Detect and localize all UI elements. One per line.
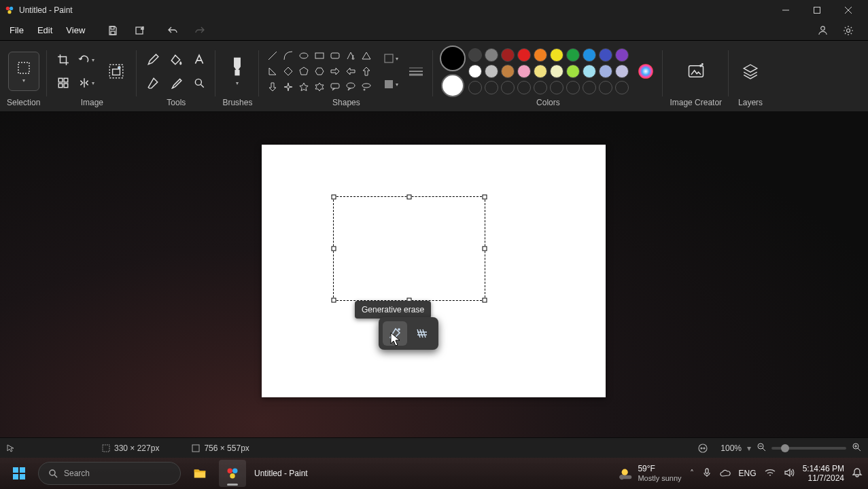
shape-gallery[interactable] (266, 49, 373, 94)
shape-arrow-left[interactable] (344, 65, 358, 78)
taskbar-search[interactable]: Search (38, 462, 181, 485)
account-icon[interactable] (811, 22, 834, 39)
color-swatch[interactable] (517, 65, 531, 78)
color-swatch-empty[interactable] (599, 81, 612, 94)
color-swatch[interactable] (468, 65, 482, 78)
shape-polygon[interactable] (344, 49, 358, 62)
color-swatch-empty[interactable] (550, 81, 563, 94)
minimize-button[interactable] (770, 0, 801, 20)
color-swatch-empty[interactable] (485, 81, 498, 94)
color-swatch-empty[interactable] (615, 81, 629, 94)
color-swatch-empty[interactable] (534, 81, 547, 94)
shape-roundrect[interactable] (328, 49, 342, 62)
shape-curve[interactable] (281, 49, 295, 62)
color-swatch[interactable] (534, 48, 547, 62)
shape-oval[interactable] (297, 49, 311, 62)
shape-right-triangle[interactable] (266, 65, 279, 78)
shape-arrow-down[interactable] (266, 80, 279, 94)
color1-well[interactable] (440, 46, 466, 71)
settings-icon[interactable] (837, 22, 860, 39)
fill-icon[interactable] (167, 50, 186, 69)
shape-6star[interactable] (313, 80, 326, 94)
shape-rect[interactable] (313, 49, 326, 62)
start-button[interactable] (5, 460, 33, 487)
rotate-icon[interactable]: ▾ (77, 50, 96, 69)
generative-erase-button[interactable] (383, 321, 407, 346)
color-swatch-empty[interactable] (566, 81, 580, 94)
remove-background-icon[interactable] (103, 58, 130, 85)
color-swatch[interactable] (615, 65, 629, 78)
taskbar-explorer[interactable] (186, 460, 213, 487)
color-swatch[interactable] (534, 65, 547, 78)
flip-icon[interactable]: ▾ (77, 73, 96, 92)
color-swatch-empty[interactable] (501, 81, 515, 94)
color-swatch[interactable] (566, 48, 580, 62)
color-swatch[interactable] (485, 48, 498, 62)
shape-hexagon[interactable] (313, 65, 326, 78)
color-swatch[interactable] (517, 48, 531, 62)
resize-handle-sw[interactable] (332, 298, 336, 303)
shape-5star[interactable] (297, 80, 311, 94)
color-swatch[interactable] (583, 65, 596, 78)
shape-outline-button[interactable]: ▾ (381, 49, 400, 68)
line-width-button[interactable] (406, 61, 426, 82)
color-palette[interactable] (468, 48, 629, 94)
color-swatch-empty[interactable] (583, 81, 596, 94)
color-swatch[interactable] (583, 48, 596, 62)
tray-wifi-icon[interactable] (765, 469, 776, 479)
generative-fill-button[interactable] (410, 321, 434, 346)
resize-handle-w[interactable] (332, 247, 336, 251)
save-icon[interactable] (101, 22, 124, 39)
shape-callout-oval[interactable] (344, 80, 358, 94)
color-swatch[interactable] (599, 65, 612, 78)
color-swatch[interactable] (599, 48, 612, 62)
zoom-in-button[interactable] (852, 442, 861, 454)
color-swatch[interactable] (566, 65, 580, 78)
taskbar-weather[interactable]: 59°F Mostly sunny (619, 465, 681, 482)
menu-view[interactable]: View (59, 22, 92, 38)
copilot-icon[interactable] (697, 443, 708, 454)
magnifier-icon[interactable] (190, 73, 209, 92)
share-icon[interactable] (128, 22, 152, 39)
color-swatch[interactable] (485, 65, 498, 78)
tray-notifications-icon[interactable] (852, 467, 863, 479)
maximize-button[interactable] (801, 0, 833, 20)
color-swatch[interactable] (501, 65, 515, 78)
workspace[interactable]: Generative erase (0, 112, 868, 458)
undo-icon[interactable] (161, 22, 184, 39)
zoom-out-button[interactable] (757, 442, 766, 454)
tray-onedrive-icon[interactable] (720, 469, 731, 479)
eraser-icon[interactable] (143, 73, 162, 92)
tray-volume-icon[interactable] (784, 468, 795, 479)
resize-handle-ne[interactable] (483, 195, 487, 200)
crop-icon[interactable] (54, 50, 73, 69)
color-swatch-empty[interactable] (517, 81, 531, 94)
resize-handle-se[interactable] (483, 298, 487, 303)
shape-4star[interactable] (281, 80, 295, 94)
color-swatch[interactable] (501, 48, 515, 62)
color-swatch[interactable] (550, 48, 563, 62)
tray-language[interactable]: ENG (739, 469, 757, 478)
shape-arrow-up[interactable] (360, 65, 373, 78)
tray-chevron-icon[interactable]: ˄ (690, 469, 694, 478)
brushes-button[interactable]: ▾ (224, 52, 251, 90)
layers-button[interactable] (735, 56, 765, 86)
menu-file[interactable]: File (3, 22, 31, 38)
color-swatch[interactable] (468, 48, 482, 62)
taskbar-paint[interactable] (219, 460, 246, 487)
resize-icon[interactable] (54, 73, 73, 92)
zoom-dropdown[interactable]: ▾ (747, 443, 751, 453)
shape-fill-button[interactable]: ▾ (381, 75, 400, 94)
shape-arrow-right[interactable] (328, 65, 342, 78)
color-swatch-empty[interactable] (468, 81, 482, 94)
selection-tool-button[interactable]: ▾ (8, 52, 39, 91)
resize-handle-nw[interactable] (332, 195, 336, 200)
shape-triangle[interactable] (360, 49, 373, 62)
shape-pentagon[interactable] (297, 65, 311, 78)
text-icon[interactable] (190, 50, 209, 69)
edit-colors-button[interactable] (636, 61, 656, 82)
resize-handle-e[interactable] (483, 247, 487, 251)
tray-mic-icon[interactable] (702, 468, 712, 479)
shape-diamond[interactable] (281, 65, 295, 78)
close-button[interactable] (833, 0, 864, 20)
